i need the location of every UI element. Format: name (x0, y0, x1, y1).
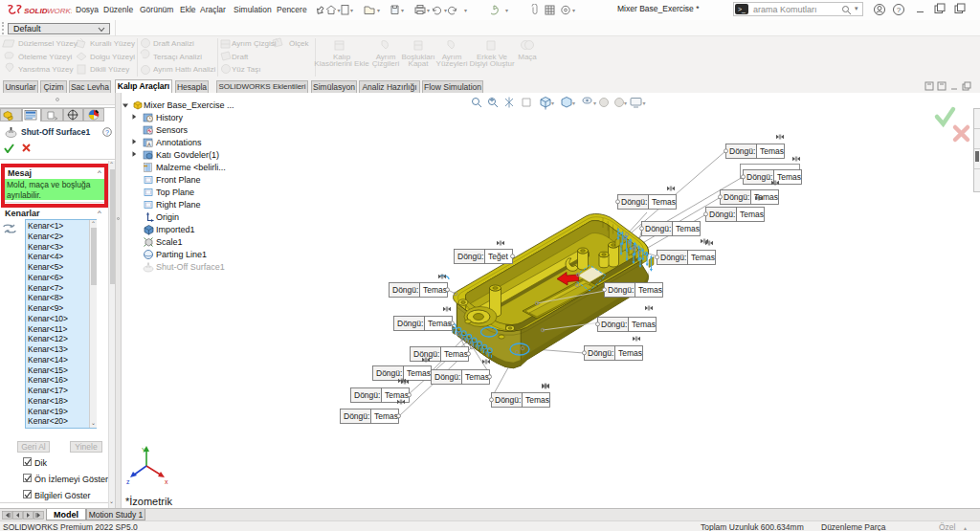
svg-text:▾: ▾ (338, 8, 341, 13)
svg-text:▾: ▾ (427, 8, 430, 13)
svg-text:▾: ▾ (593, 100, 596, 106)
svg-text:▾: ▾ (350, 8, 353, 13)
svg-text:▾: ▾ (624, 100, 627, 106)
svg-text:▾: ▾ (377, 8, 380, 13)
svg-text:▾: ▾ (464, 8, 467, 13)
svg-text:WORKS: WORKS (47, 7, 72, 15)
svg-text:A: A (147, 142, 151, 147)
svg-text:z: z (126, 478, 130, 485)
svg-text:?: ? (897, 6, 902, 14)
svg-text:▾: ▾ (505, 8, 508, 13)
svg-text:▾: ▾ (643, 100, 646, 106)
svg-text:Y: Y (142, 447, 146, 454)
svg-text:▾: ▾ (551, 100, 554, 106)
svg-text:x: x (165, 478, 168, 485)
svg-text:▾: ▾ (401, 8, 404, 13)
svg-text:▾: ▾ (572, 8, 575, 13)
svg-text:?: ? (105, 129, 109, 136)
svg-text:SOLID: SOLID (24, 7, 48, 15)
svg-text:▾: ▾ (444, 8, 447, 13)
svg-text:▾: ▾ (572, 100, 575, 106)
